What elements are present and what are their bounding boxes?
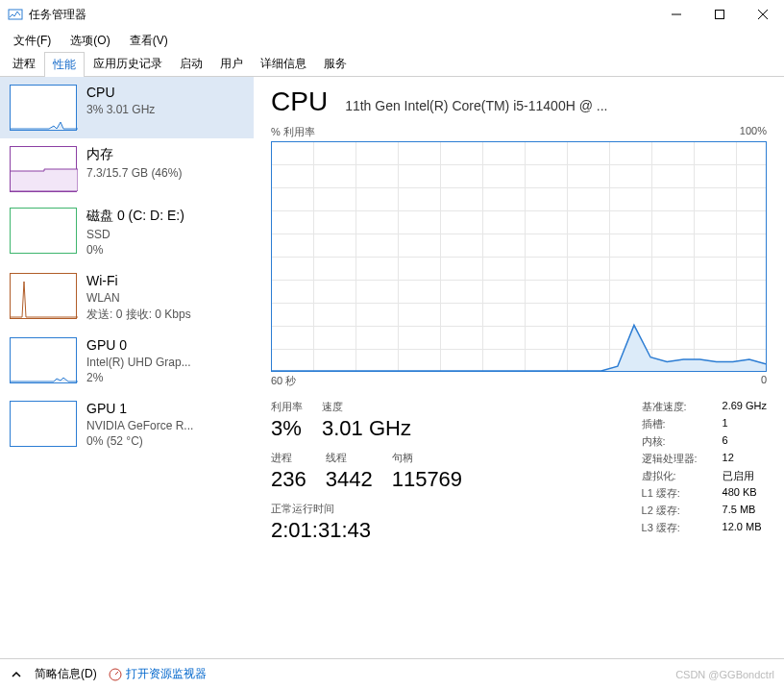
base-k: 基准速度: xyxy=(642,400,723,414)
util-label: 利用率 xyxy=(271,400,303,414)
mem-thumb xyxy=(10,146,77,192)
thread-value: 3442 xyxy=(326,467,373,492)
disk-thumb xyxy=(10,208,77,254)
util-value: 3% xyxy=(271,416,303,441)
tab-bar: 进程 性能 应用历史记录 启动 用户 详细信息 服务 xyxy=(0,52,784,77)
uptime-value: 2:01:31:43 xyxy=(271,518,371,543)
footer-bar: 简略信息(D) 打开资源监视器 CSDN @GGBondctrl xyxy=(0,658,784,689)
disk-title: 磁盘 0 (C: D: E:) xyxy=(86,208,184,225)
handle-label: 句柄 xyxy=(392,451,462,465)
wifi-sub1: WLAN xyxy=(86,290,191,306)
window-title: 任务管理器 xyxy=(29,7,654,23)
gpu1-sub1: NVIDIA GeForce R... xyxy=(86,418,193,433)
mem-sub: 7.3/15.7 GB (46%) xyxy=(86,165,182,181)
watermark: CSDN @GGBondctrl xyxy=(675,669,774,680)
core-k: 内核: xyxy=(642,434,723,449)
content-area: CPU 3% 3.01 GHz 内存 7.3/15.7 GB (46%) 磁盘 … xyxy=(0,77,784,658)
l3-v: 12.0 MB xyxy=(723,521,762,535)
chevron-up-icon[interactable] xyxy=(10,668,23,681)
title-bar: 任务管理器 xyxy=(0,0,784,29)
chart-bottom-labels: 60 秒 0 xyxy=(271,374,767,388)
base-v: 2.69 GHz xyxy=(723,400,767,414)
stats-row: 利用率3% 速度3.01 GHz 进程236 线程3442 句柄115769 正… xyxy=(271,400,767,553)
svg-line-6 xyxy=(115,672,118,675)
tab-users[interactable]: 用户 xyxy=(211,51,252,76)
sock-v: 1 xyxy=(723,417,728,431)
resource-monitor-icon xyxy=(109,668,122,681)
disk-sub2: 0% xyxy=(86,242,184,258)
proc-label: 进程 xyxy=(271,451,306,465)
tab-app-history[interactable]: 应用历史记录 xyxy=(85,51,171,76)
uptime-label: 正常运行时间 xyxy=(271,502,371,516)
gpu0-thumb xyxy=(10,337,77,383)
sidebar-item-gpu1[interactable]: GPU 1 NVIDIA GeForce R... 0% (52 °C) xyxy=(0,393,254,456)
gpu1-title: GPU 1 xyxy=(86,401,193,416)
wifi-thumb xyxy=(10,273,77,319)
chart-top-labels: % 利用率 100% xyxy=(271,125,767,139)
sidebar: CPU 3% 3.01 GHz 内存 7.3/15.7 GB (46%) 磁盘 … xyxy=(0,77,254,658)
stats-left: 利用率3% 速度3.01 GHz 进程236 线程3442 句柄115769 正… xyxy=(271,400,611,553)
tab-services[interactable]: 服务 xyxy=(315,51,355,76)
minimize-button[interactable] xyxy=(654,0,698,29)
stats-right: 基准速度:2.69 GHz 插槽:1 内核:6 逻辑处理器:12 虚拟化:已启用… xyxy=(642,400,767,553)
wifi-sub2: 发送: 0 接收: 0 Kbps xyxy=(86,307,191,322)
virt-k: 虚拟化: xyxy=(642,469,723,483)
cpu-chart[interactable] xyxy=(271,141,767,372)
menu-file[interactable]: 文件(F) xyxy=(4,31,61,51)
disk-sub1: SSD xyxy=(86,227,184,242)
chart-xmin: 0 xyxy=(761,374,767,388)
speed-label: 速度 xyxy=(322,400,411,414)
sidebar-item-disk[interactable]: 磁盘 0 (C: D: E:) SSD 0% xyxy=(0,200,254,265)
sidebar-item-memory[interactable]: 内存 7.3/15.7 GB (46%) xyxy=(0,138,254,200)
mem-title: 内存 xyxy=(86,146,182,163)
gpu0-title: GPU 0 xyxy=(86,337,191,353)
sidebar-item-cpu[interactable]: CPU 3% 3.01 GHz xyxy=(0,77,254,138)
chart-xmax: 60 秒 xyxy=(271,374,296,388)
cpu-model: 11th Gen Intel(R) Core(TM) i5-11400H @ .… xyxy=(345,98,767,113)
thread-label: 线程 xyxy=(326,451,373,465)
main-heading: CPU xyxy=(271,86,328,117)
tab-startup[interactable]: 启动 xyxy=(171,51,211,76)
resource-monitor-link[interactable]: 打开资源监视器 xyxy=(109,666,207,682)
chart-ymax: 100% xyxy=(740,125,767,139)
close-button[interactable] xyxy=(741,0,784,29)
l2-v: 7.5 MB xyxy=(723,504,756,518)
l3-k: L3 缓存: xyxy=(642,521,723,535)
svg-rect-2 xyxy=(715,11,723,19)
logi-v: 12 xyxy=(723,452,734,466)
gpu0-sub2: 2% xyxy=(86,370,191,385)
menu-bar: 文件(F) 选项(O) 查看(V) xyxy=(0,29,784,52)
gpu1-thumb xyxy=(10,401,77,447)
tab-processes[interactable]: 进程 xyxy=(4,51,44,76)
l1-v: 480 KB xyxy=(723,486,757,501)
menu-options[interactable]: 选项(O) xyxy=(61,31,119,51)
cpu-thumb xyxy=(10,85,77,131)
sidebar-item-wifi[interactable]: Wi-Fi WLAN 发送: 0 接收: 0 Kbps xyxy=(0,265,254,329)
maximize-button[interactable] xyxy=(698,0,741,29)
handle-value: 115769 xyxy=(392,467,462,492)
main-header: CPU 11th Gen Intel(R) Core(TM) i5-11400H… xyxy=(271,86,767,117)
virt-v: 已启用 xyxy=(723,469,754,483)
chart-ylabel: % 利用率 xyxy=(271,125,315,139)
app-icon xyxy=(8,7,23,22)
l1-k: L1 缓存: xyxy=(642,486,723,501)
tab-performance[interactable]: 性能 xyxy=(44,52,85,77)
cpu-title: CPU xyxy=(86,85,155,100)
sidebar-item-gpu0[interactable]: GPU 0 Intel(R) UHD Grap... 2% xyxy=(0,330,254,393)
l2-k: L2 缓存: xyxy=(642,504,723,518)
core-v: 6 xyxy=(723,434,728,449)
menu-view[interactable]: 查看(V) xyxy=(120,31,178,51)
cpu-sub: 3% 3.01 GHz xyxy=(86,102,155,117)
speed-value: 3.01 GHz xyxy=(322,416,411,441)
logi-k: 逻辑处理器: xyxy=(642,452,723,466)
tab-details[interactable]: 详细信息 xyxy=(252,51,315,76)
proc-value: 236 xyxy=(271,467,306,492)
wifi-title: Wi-Fi xyxy=(86,273,191,288)
brief-info-link[interactable]: 简略信息(D) xyxy=(35,666,97,682)
gpu0-sub1: Intel(R) UHD Grap... xyxy=(86,355,191,370)
main-panel: CPU 11th Gen Intel(R) Core(TM) i5-11400H… xyxy=(254,77,784,658)
gpu1-sub2: 0% (52 °C) xyxy=(86,433,193,449)
sock-k: 插槽: xyxy=(642,417,723,431)
